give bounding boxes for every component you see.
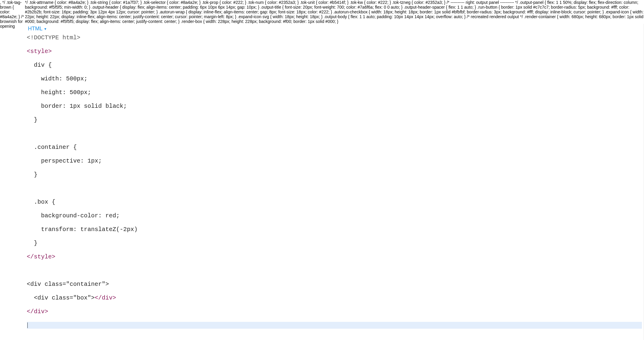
code-line[interactable]: width: 500px; xyxy=(27,75,642,82)
code-line[interactable]: border: 1px solid black; xyxy=(27,103,642,110)
language-dropdown-label: HTML xyxy=(28,26,43,32)
code-line[interactable]: </style> xyxy=(27,253,642,260)
code-line[interactable]: perspective: 1px; xyxy=(27,157,642,164)
code-line[interactable]: height: 500px; xyxy=(27,89,642,96)
code-line[interactable] xyxy=(27,267,642,274)
code-line[interactable]: div { xyxy=(27,62,642,68)
code-line[interactable] xyxy=(27,185,642,192)
code-line[interactable]: <style> xyxy=(27,48,642,55)
code-line[interactable]: background-color: red; xyxy=(27,212,642,219)
code-line[interactable]: </div> xyxy=(27,308,642,315)
code-line[interactable]: <div class="box"></div> xyxy=(27,294,642,301)
code-line[interactable]: .box { xyxy=(27,199,642,205)
code-editor[interactable]: <!DOCTYPE html> <style> div { width: 500… xyxy=(25,33,644,340)
chevron-down-icon: ▼ xyxy=(44,27,47,31)
code-line[interactable]: <!DOCTYPE html> xyxy=(27,34,642,41)
editor-panel: HTML ▼ <!DOCTYPE html> <style> div { wid… xyxy=(25,24,644,340)
code-line[interactable] xyxy=(27,322,642,329)
code-line[interactable]: } xyxy=(27,116,642,123)
code-line[interactable]: <div class="container"> xyxy=(27,281,642,288)
code-line[interactable]: } xyxy=(27,171,642,178)
language-dropdown[interactable]: HTML ▼ xyxy=(28,26,47,32)
code-line[interactable]: } xyxy=(27,240,642,247)
code-line[interactable] xyxy=(27,130,642,137)
code-line[interactable]: transform: translateZ(-2px) xyxy=(27,226,642,233)
code-line[interactable]: .container { xyxy=(27,144,642,151)
editor-header: HTML ▼ xyxy=(25,24,644,33)
